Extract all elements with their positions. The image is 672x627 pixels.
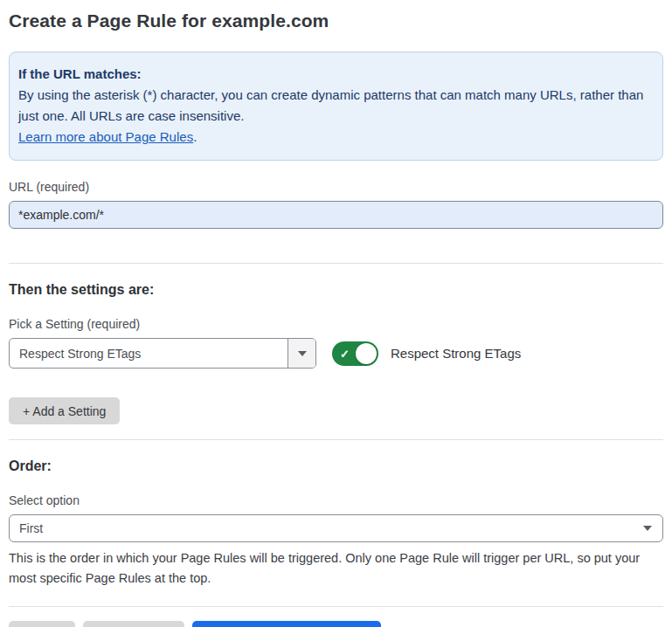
section-divider — [9, 263, 663, 264]
add-setting-button[interactable]: + Add a Setting — [9, 397, 120, 424]
url-input[interactable] — [9, 201, 663, 229]
setting-select-arrow-button[interactable] — [288, 339, 315, 368]
setting-select-value: Respect Strong ETags — [10, 339, 288, 368]
section-divider — [9, 439, 663, 440]
order-section-heading: Order: — [9, 458, 663, 474]
setting-row: Respect Strong ETags ✓ Respect Strong ET… — [9, 338, 663, 369]
learn-more-link[interactable]: Learn more about Page Rules — [18, 129, 193, 144]
save-draft-button[interactable]: Save as Draft — [83, 621, 185, 627]
order-select-label: Select option — [9, 493, 663, 507]
page-title: Create a Page Rule for example.com — [9, 10, 663, 31]
footer-actions: Cancel Save as Draft Save and Deploy Pag… — [9, 621, 663, 627]
url-match-info-box: If the URL matches: By using the asteris… — [9, 52, 663, 161]
cancel-button[interactable]: Cancel — [9, 621, 75, 627]
footer-divider — [9, 606, 663, 607]
order-select[interactable]: First — [9, 514, 663, 542]
save-deploy-button[interactable]: Save and Deploy Page Rule — [192, 621, 381, 627]
settings-section-heading: Then the settings are: — [9, 282, 663, 298]
chevron-down-icon — [298, 351, 307, 356]
url-field-label: URL (required) — [9, 180, 663, 194]
setting-toggle-label: Respect Strong ETags — [391, 346, 521, 361]
order-select-value: First — [19, 521, 643, 535]
info-box-heading: If the URL matches: — [18, 64, 650, 85]
check-icon: ✓ — [340, 348, 350, 359]
info-box-link-line: Learn more about Page Rules. — [18, 127, 650, 148]
setting-field-label: Pick a Setting (required) — [9, 317, 663, 331]
order-help-text: This is the order in which your Page Rul… — [9, 548, 663, 589]
chevron-down-icon — [643, 526, 652, 531]
link-period: . — [193, 129, 197, 144]
info-box-body: By using the asterisk (*) character, you… — [18, 85, 650, 127]
setting-toggle[interactable]: ✓ — [332, 341, 378, 366]
toggle-knob — [356, 343, 377, 364]
setting-select[interactable]: Respect Strong ETags — [9, 338, 316, 369]
